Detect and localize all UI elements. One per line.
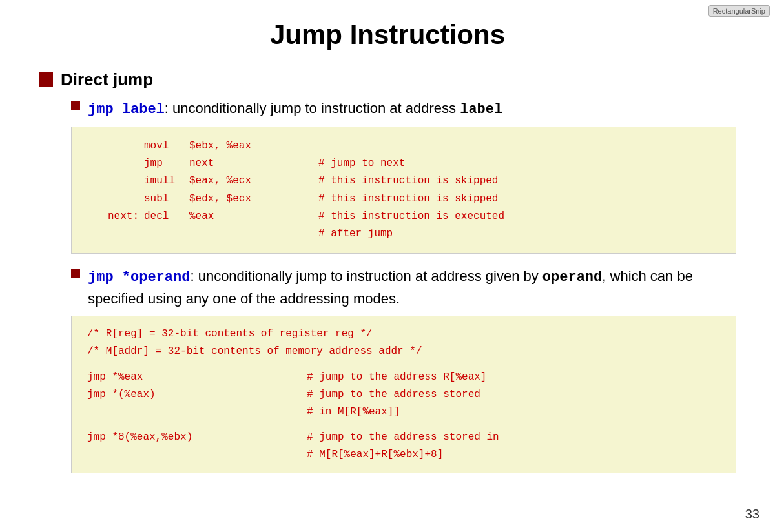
code-line-3: imull $eax, %ecx # this instruction is s… <box>87 172 720 190</box>
code-line-b4: jmp *(%eax) # jump to the address stored <box>87 386 720 404</box>
spacer-1 <box>87 361 720 369</box>
code-instr-3: imull <box>144 172 189 190</box>
code-line-2: jmp next # jump to next <box>87 155 720 172</box>
jmp-label-code: jmp label <box>88 101 165 118</box>
code-args-2: next <box>189 155 318 172</box>
code-instr-1: movl <box>144 138 189 155</box>
code-line-6: # after jump <box>87 225 720 243</box>
jmp-label-code2: label <box>460 101 502 118</box>
comment-jmp-8: # jump to the address stored in <box>307 429 499 446</box>
main-bullet-icon <box>39 72 53 87</box>
code-comment-2: # jump to next <box>318 155 405 172</box>
comment-reg: /* R[reg] = 32-bit contents of register … <box>87 325 373 343</box>
page-title: Jump Instructions <box>39 19 736 50</box>
sub-bullet-icon-2 <box>71 269 80 278</box>
comment-jmp-eax-deref: # jump to the address stored <box>307 386 480 404</box>
jmp-operand-desc1: : unconditionally jump to instruction at… <box>190 268 542 284</box>
code-instr-2: jmp <box>144 155 189 172</box>
direct-jump-label: Direct jump <box>61 70 153 90</box>
instr-jmp-eax: jmp *%eax <box>87 369 307 386</box>
code-line-b3: jmp *%eax # jump to the address R[%eax] <box>87 369 720 386</box>
code-args-5: %eax <box>189 208 318 225</box>
code-line-b1: /* R[reg] = 32-bit contents of register … <box>87 325 720 343</box>
main-bullet-direct-jump: Direct jump <box>39 70 736 90</box>
code-line-b2: /* M[addr] = 32-bit contents of memory a… <box>87 343 720 360</box>
code-comment-5: # this instruction is executed <box>318 208 504 225</box>
code-line-b6: jmp *8(%eax,%ebx) # jump to the address … <box>87 429 720 446</box>
code-line-b7: # M[R[%eax]+R[%ebx]+8] <box>87 446 720 464</box>
direct-jump-section: Direct jump jmp label: unconditionally j… <box>39 70 736 473</box>
jmp-label-desc: : unconditionally jump to instruction at… <box>165 100 460 116</box>
code-args-4: $edx, $ecx <box>189 190 318 208</box>
code-instr-4: subl <box>144 190 189 208</box>
code-comment-6: # after jump <box>318 225 393 243</box>
page-number: 33 <box>745 507 760 522</box>
jmp-operand-text: jmp *operand: unconditionally jump to in… <box>88 265 736 309</box>
code-comment-3: # this instruction is skipped <box>318 172 498 190</box>
rectangular-snip-label: RectangularSnip <box>708 5 770 17</box>
code-box-2: /* R[reg] = 32-bit contents of register … <box>71 316 736 473</box>
jmp-label-text: jmp label: unconditionally jump to instr… <box>88 97 502 120</box>
comment-addr-formula: # M[R[%eax]+R[%ebx]+8] <box>307 446 443 464</box>
code-line-1: movl $ebx, %eax <box>87 138 720 155</box>
code-box-1: movl $ebx, %eax jmp next # jump to next … <box>71 127 736 254</box>
comment-jmp-eax: # jump to the address R[%eax] <box>307 369 486 386</box>
sub-bullet-jmp-operand: jmp *operand: unconditionally jump to in… <box>71 265 736 309</box>
code-instr-5: decl <box>144 208 189 225</box>
code-comment-4: # this instruction is skipped <box>318 190 498 208</box>
code-label-5: next: <box>87 208 139 225</box>
comment-in-mem: # in M[R[%eax]] <box>307 404 400 421</box>
jmp-operand-code: jmp *operand <box>88 269 190 285</box>
sub-bullet-icon-1 <box>71 101 80 110</box>
comment-mem: /* M[addr] = 32-bit contents of memory a… <box>87 343 422 360</box>
instr-jmp-eax-deref: jmp *(%eax) <box>87 386 307 404</box>
jmp-operand-code2: operand <box>542 269 602 285</box>
instr-jmp-8: jmp *8(%eax,%ebx) <box>87 429 307 446</box>
sub-bullet-jmp-label: jmp label: unconditionally jump to instr… <box>71 97 736 120</box>
code-line-5: next: decl %eax # this instruction is ex… <box>87 208 720 225</box>
code-args-1: $ebx, %eax <box>189 138 318 155</box>
code-args-3: $eax, %ecx <box>189 172 318 190</box>
code-line-4: subl $edx, $ecx # this instruction is sk… <box>87 190 720 208</box>
code-line-b5: # in M[R[%eax]] <box>87 404 720 421</box>
spacer-2 <box>87 421 720 429</box>
